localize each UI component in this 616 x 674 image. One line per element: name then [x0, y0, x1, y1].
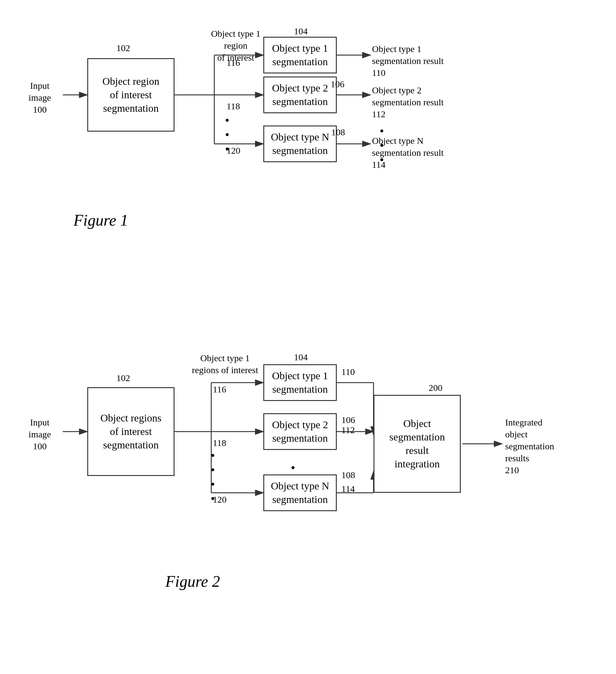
fig1-120-ref: 120 [226, 145, 240, 156]
fig1-main-ref: 102 [116, 43, 130, 53]
fig1-input-label: Inputimage100 [21, 80, 58, 115]
fig1-boxN-ref: 108 [331, 127, 345, 137]
fig2-main-ref: 102 [116, 373, 130, 383]
fig2-120-ref: 120 [213, 494, 226, 505]
fig2-box1: Object type 1segmentation [263, 364, 337, 401]
fig1-result1: Object type 1segmentation result110 [372, 43, 444, 79]
fig1-box2-ref: 106 [331, 79, 344, 89]
fig1-resultN: Object type Nsegmentation result114 [372, 135, 444, 171]
fig2-input-label: Inputimage100 [21, 416, 58, 452]
fig2-integration-ref: 200 [429, 382, 442, 393]
fig1-box1-ref: 104 [294, 26, 308, 36]
fig1-boxN: Object type Nsegmentation [263, 125, 337, 162]
fig2-label: Figure 2 [165, 572, 220, 590]
fig2-116-ref: 116 [213, 384, 226, 395]
fig1-118-ref: 118 [226, 101, 240, 111]
fig1-116-ref: 116 [226, 58, 240, 68]
fig2-106-ref: 106 [341, 415, 355, 425]
fig2-roi-label: Object type 1regions of interest [190, 352, 260, 376]
fig2-boxN: Object type Nsegmentation [263, 474, 337, 511]
figure2-container: Inputimage100 Object regionsof interests… [12, 321, 606, 658]
figure1-container: Inputimage100 Object regionof interestse… [12, 12, 606, 288]
fig1-box2: Object type 2segmentation [263, 77, 337, 113]
fig1-label: Figure 1 [74, 211, 128, 229]
fig2-box2: Object type 2segmentation [263, 413, 337, 450]
fig2-main-box: Object regionsof interestsegmentation [87, 387, 175, 476]
fig2-final-result: Integratedobjectsegmentationresults210 [505, 416, 554, 476]
fig2-114-ref: 114 [341, 484, 355, 494]
fig2-118-ref: 118 [213, 438, 226, 448]
fig2-108-ref: 108 [341, 470, 355, 480]
fig1-box1: Object type 1segmentation [263, 37, 337, 74]
fig2-integration-box: Objectsegmentationresultintegration [374, 395, 461, 493]
fig2-112-ref: 112 [341, 425, 355, 435]
fig2-box1-ref: 104 [294, 352, 308, 362]
fig1-main-box: Object regionof interestsegmentation [87, 58, 175, 132]
fig2-110-ref: 110 [341, 367, 355, 377]
fig1-result2: Object type 2segmentation result112 [372, 84, 444, 120]
